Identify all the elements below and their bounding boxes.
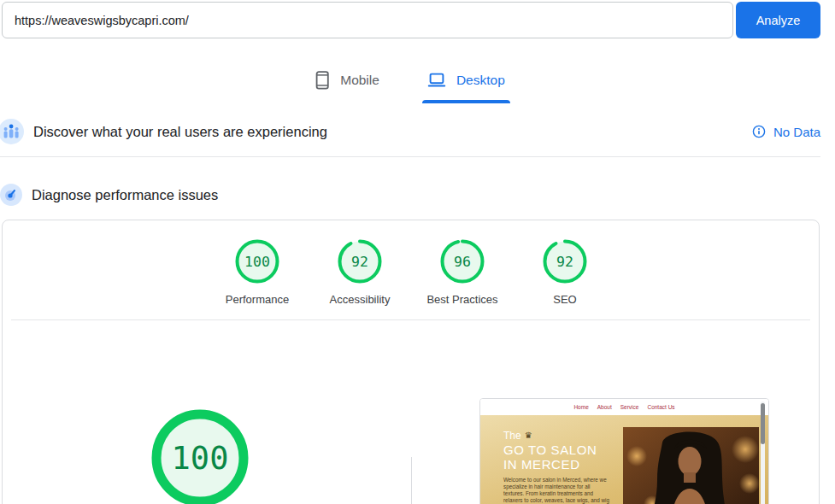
score-seo[interactable]: 92 SEO — [514, 239, 616, 306]
score-label: Accessibility — [309, 293, 411, 306]
score-ring: 92 — [543, 239, 587, 284]
preview-nav-link: Service — [620, 404, 639, 410]
score-value: 96 — [440, 239, 485, 284]
hero-title-line2: IN MERCED — [503, 458, 609, 471]
tab-desktop-label: Desktop — [456, 73, 505, 88]
no-data-label: No Data — [773, 125, 820, 139]
score-value: 92 — [338, 239, 382, 284]
hero-intro-label: The — [503, 430, 521, 442]
hero-title-line1: GO TO SALON — [503, 443, 609, 456]
score-ring: 92 — [338, 239, 382, 284]
score-performance[interactable]: 100 Performance — [206, 239, 309, 306]
diagnose-gauge-icon — [0, 184, 22, 206]
tab-mobile-label: Mobile — [340, 73, 379, 88]
card-divider — [11, 319, 810, 320]
lab-data-section: Diagnose performance issues — [0, 175, 820, 214]
lab-section-title: Diagnose performance issues — [32, 187, 218, 203]
desktop-laptop-icon — [427, 73, 446, 88]
score-accessibility[interactable]: 92 Accessibility — [309, 239, 411, 306]
field-section-title: Discover what your real users are experi… — [33, 124, 327, 140]
analyze-button[interactable]: Analyze — [736, 2, 820, 38]
performance-gauge-value: 100 — [147, 405, 253, 504]
url-input[interactable] — [2, 2, 733, 38]
score-ring: 96 — [440, 239, 485, 284]
preview-nav-link: Home — [573, 404, 588, 410]
score-label: Best Practices — [411, 293, 514, 306]
model-photo — [623, 427, 759, 504]
site-screenshot-thumbnail[interactable]: Home About Service Contact Us The ♛ GO T… — [479, 398, 769, 504]
score-label: SEO — [514, 293, 616, 306]
performance-gauge[interactable]: 100 — [147, 405, 253, 504]
info-icon — [752, 125, 766, 138]
crown-icon: ♛ — [525, 431, 532, 440]
score-value: 92 — [543, 239, 587, 284]
device-tabs: Mobile Desktop — [0, 61, 820, 100]
vertical-divider — [411, 457, 412, 504]
preview-nav: Home About Service Contact Us — [480, 399, 768, 415]
score-value: 100 — [235, 239, 279, 284]
field-data-section: Discover what your real users are experi… — [0, 112, 820, 151]
preview-scrollbar-thumb[interactable] — [761, 403, 765, 444]
field-data-status[interactable]: No Data — [752, 125, 820, 139]
score-ring: 100 — [235, 239, 279, 284]
preview-scrollbar[interactable] — [761, 401, 765, 504]
score-best-practices[interactable]: 96 Best Practices — [411, 239, 514, 306]
real-users-icon — [0, 119, 24, 144]
lighthouse-report-card: 100 Performance 92 Accessibility 96 — [2, 220, 820, 504]
tab-mobile[interactable]: Mobile — [314, 67, 381, 93]
score-label: Performance — [206, 293, 309, 306]
mobile-phone-icon — [315, 71, 330, 90]
hero-paragraph: Welcome to our salon in Merced, where we… — [503, 477, 609, 504]
pagespeed-insights-page: Analyze Mobile Desktop — [0, 0, 835, 504]
preview-hero-text: The ♛ GO TO SALON IN MERCED Welcome to o… — [503, 430, 609, 504]
section-divider — [0, 156, 820, 157]
tab-desktop[interactable]: Desktop — [426, 69, 507, 91]
preview-nav-link: Contact Us — [647, 404, 674, 410]
preview-nav-link: About — [597, 404, 612, 410]
